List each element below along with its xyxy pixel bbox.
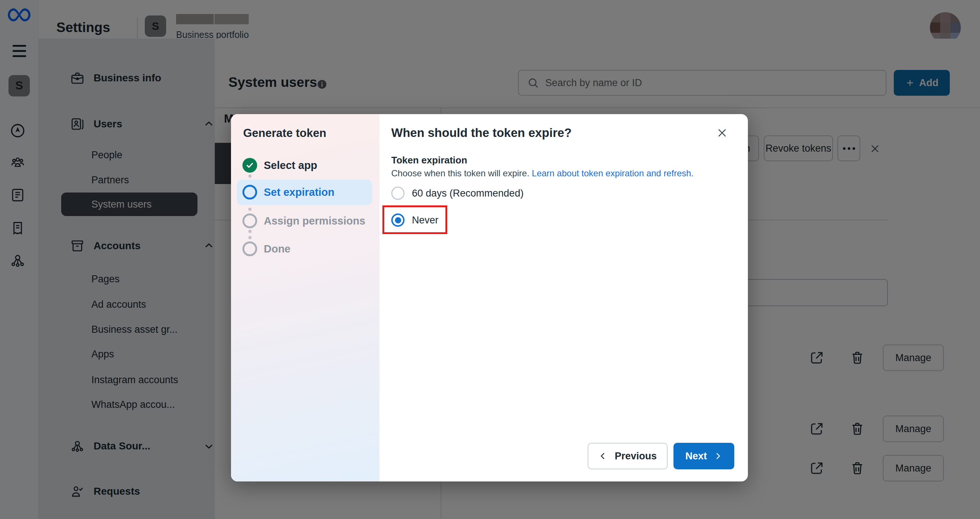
- step-label: Done: [264, 243, 291, 255]
- chevron-right-icon: [713, 451, 722, 461]
- radio-unselected-icon[interactable]: [391, 187, 404, 200]
- description-text: Choose when this token will expire.: [391, 168, 532, 178]
- step-select-app[interactable]: Select app: [242, 158, 317, 173]
- step-label: Set expiration: [264, 186, 334, 198]
- step-connector-dot: [248, 208, 251, 211]
- previous-button-label: Previous: [614, 451, 657, 462]
- previous-button[interactable]: Previous: [588, 443, 668, 469]
- radio-label: 60 days (Recommended): [412, 188, 523, 199]
- learn-more-link[interactable]: Learn about token expiration and refresh…: [532, 168, 694, 178]
- step-upcoming-icon: [242, 213, 257, 228]
- meta-business-settings-app: S Settings S Business portfolio: [0, 0, 980, 519]
- option-60-days[interactable]: 60 days (Recommended): [391, 187, 523, 200]
- close-icon[interactable]: [716, 127, 728, 139]
- step-assign-permissions[interactable]: Assign permissions: [242, 213, 366, 228]
- next-button-label: Next: [685, 451, 707, 462]
- step-label: Select app: [264, 159, 317, 171]
- modal-steps-panel: Generate token Select app Set expiration…: [231, 114, 379, 481]
- step-current-icon: [242, 185, 257, 200]
- step-upcoming-icon: [242, 241, 257, 256]
- step-set-expiration[interactable]: Set expiration: [242, 185, 334, 200]
- step-connector-dot: [248, 236, 251, 239]
- modal-question-heading: When should the token expire?: [391, 126, 572, 140]
- step-done[interactable]: Done: [242, 241, 291, 256]
- radio-label: Never: [412, 214, 438, 226]
- step-complete-icon: [242, 158, 257, 173]
- option-never[interactable]: Never: [391, 213, 438, 227]
- next-button[interactable]: Next: [673, 443, 734, 469]
- step-connector-dot: [248, 175, 251, 178]
- radio-selected-icon[interactable]: [391, 213, 404, 227]
- token-expiration-label: Token expiration: [391, 155, 467, 166]
- token-expiration-description: Choose when this token will expire. Lear…: [391, 168, 694, 179]
- generate-token-modal: Generate token Select app Set expiration…: [231, 114, 748, 481]
- step-connector-dot: [248, 230, 251, 233]
- check-icon: [245, 160, 255, 170]
- step-label: Assign permissions: [264, 215, 366, 227]
- chevron-left-icon: [598, 451, 608, 461]
- modal-title: Generate token: [243, 127, 326, 140]
